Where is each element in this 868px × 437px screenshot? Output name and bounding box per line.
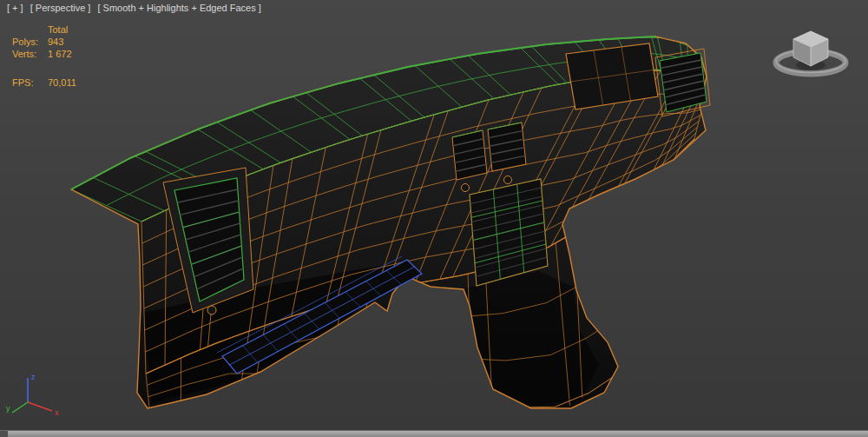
viewport-canvas[interactable]	[0, 0, 868, 437]
stats-fps-row: FPS: 70,011	[12, 76, 76, 89]
stats-fps-value: 70,011	[48, 76, 76, 89]
statistics-overlay: Total Polys: 943 Verts: 1 672 FPS: 70,01…	[12, 23, 76, 89]
viewport-label: [ + ] [ Perspective ] [ Smooth + Highlig…	[7, 3, 266, 13]
track-bar-notch	[0, 431, 8, 437]
world-axis-tripod: z x y	[5, 367, 68, 421]
stats-polys-row: Polys: 943	[12, 36, 76, 48]
axis-y-label: y	[6, 404, 10, 413]
stats-fps-label: FPS:	[12, 76, 48, 89]
center-knob	[462, 184, 470, 192]
left-vent-knob	[207, 306, 216, 315]
viewport-menu-shading[interactable]: [ Smooth + Highlights + Edged Faces ]	[97, 3, 260, 13]
stats-verts-value: 1 672	[48, 48, 72, 60]
axis-x-label: x	[55, 408, 59, 417]
viewport-menu-general[interactable]: [ + ]	[7, 3, 23, 13]
viewcube-cube[interactable]	[793, 31, 828, 66]
stats-polys-value: 943	[48, 36, 63, 48]
axis-z-label: z	[31, 373, 36, 381]
stats-verts-row: Verts: 1 672	[12, 48, 76, 60]
view-cube[interactable]	[766, 12, 861, 85]
stats-polys-label: Polys:	[12, 36, 48, 48]
stats-total-label: Total	[48, 23, 68, 36]
viewport-menu-pov[interactable]: [ Perspective ]	[30, 3, 91, 13]
center-knob	[504, 176, 512, 184]
stats-verts-label: Verts:	[12, 48, 48, 60]
3d-viewport[interactable]: [ + ] [ Perspective ] [ Smooth + Highlig…	[0, 0, 868, 437]
track-bar[interactable]	[0, 430, 868, 437]
stats-total-row: Total	[12, 23, 76, 36]
